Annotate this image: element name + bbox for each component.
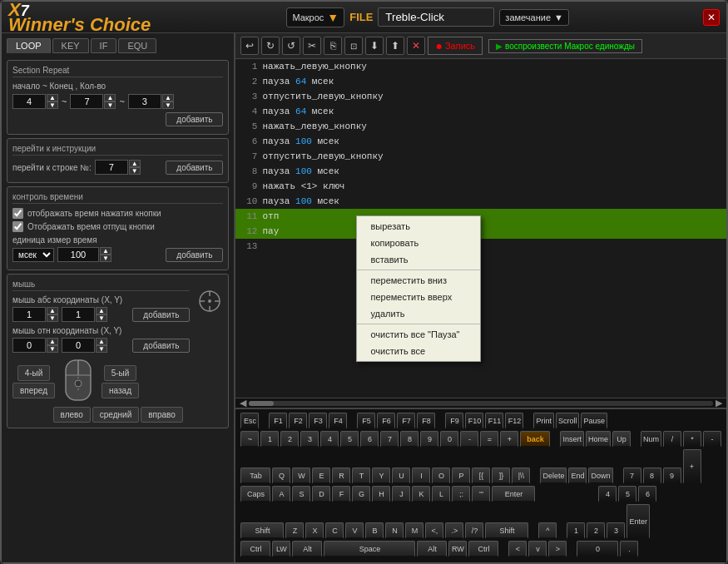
repeat-count-spinner[interactable]: ▲ ▼ [162,94,174,109]
mouse-rel-add-button[interactable]: добавить [132,339,190,353]
spin-up-timer[interactable]: ▲ [100,247,111,255]
goto-line-input[interactable] [95,160,128,175]
file-name-input[interactable] [378,7,494,27]
key-plus[interactable]: + [500,431,518,448]
mouse-abs-add-button[interactable]: добавить [132,308,190,322]
timer-unit-select[interactable]: мсек [12,248,54,262]
key-num-div[interactable]: / [663,431,681,448]
key-o[interactable]: O [432,468,450,484]
toolbar-delete-button[interactable]: ✕ [407,37,425,55]
ctx-paste[interactable]: вставить [357,251,480,268]
ctx-delete[interactable]: удалить [357,305,480,322]
key-b[interactable]: B [365,522,384,539]
key-f[interactable]: F [332,486,350,502]
key-9[interactable]: 9 [420,431,438,448]
record-button[interactable]: ● Запись [428,37,483,55]
mouse-abs-y-spinner[interactable]: ▲ ▼ [96,307,107,322]
repeat-count-input[interactable] [128,94,161,109]
ctx-move-down[interactable]: переместить вниз [357,272,480,289]
spin-down-ay[interactable]: ▼ [96,314,107,322]
key-num-enter[interactable]: Enter [626,504,650,539]
key-enter[interactable]: Enter [492,486,535,502]
spin-up-3[interactable]: ▲ [162,94,174,101]
toolbar-cut-button[interactable]: ✂ [303,37,321,55]
key-m[interactable]: M [405,522,423,539]
code-line[interactable]: 5нажать_левую_кнопку [235,119,726,134]
key-num9[interactable]: 9 [663,468,681,484]
middle-button[interactable]: средний [92,407,139,423]
key-rshift[interactable]: Shift [485,522,528,539]
key-rw[interactable]: RW [448,541,467,557]
close-button[interactable]: ✕ [703,9,720,26]
scroll-thumb[interactable] [249,401,274,406]
key-home[interactable]: Home [586,431,611,448]
ctx-clear-all[interactable]: очистить все [357,343,480,359]
key-backslash[interactable]: |\\ [512,468,530,484]
code-line[interactable]: 6пауза 100 мсек [235,134,726,149]
key-h[interactable]: H [372,486,390,502]
tab-equ[interactable]: EQU [118,38,156,53]
key-g[interactable]: G [352,486,370,502]
key-e[interactable]: E [312,468,330,484]
ctx-cut[interactable]: вырезать [357,218,480,235]
left-button[interactable]: влево [53,407,91,423]
goto-add-button[interactable]: добавить [166,161,223,175]
key-4[interactable]: 4 [320,431,339,448]
key-esc[interactable]: Esc [240,413,259,429]
key-tab[interactable]: Tab [240,468,270,484]
key-back[interactable]: back [520,431,550,448]
spin-down-timer[interactable]: ▼ [100,255,111,262]
code-line[interactable]: 4пауза 64 мсек [235,104,726,119]
key-x[interactable]: X [305,522,324,539]
mouse-rel-x-spinner[interactable]: ▲ ▼ [47,338,58,353]
key-semicolon[interactable]: ;: [452,486,470,502]
toolbar-paste-button[interactable]: ⊡ [344,37,363,55]
key-5[interactable]: 5 [340,431,359,448]
key-num7[interactable]: 7 [623,468,641,484]
key-f10[interactable]: F10 [465,413,483,429]
code-line[interactable]: 7отпустить_левую_кнопку [235,149,726,164]
key-num3[interactable]: 3 [607,522,625,539]
key-dot[interactable]: .> [445,522,463,539]
key-1[interactable]: 1 [260,431,279,448]
horizontal-scrollbar[interactable]: ◀ ▶ [235,398,726,408]
spin-up-goto[interactable]: ▲ [129,160,141,167]
key-f3[interactable]: F3 [309,413,327,429]
toolbar-undo-button[interactable]: ↩ [240,37,259,55]
key-num-lock[interactable]: Num [641,431,661,448]
toolbar-redo-button[interactable]: ↻ [261,37,280,55]
spin-down-rx[interactable]: ▼ [47,345,58,353]
key-u[interactable]: U [392,468,410,484]
spin-down-ax[interactable]: ▼ [47,314,58,322]
timer-value-input[interactable] [57,247,99,262]
toolbar-down-button[interactable]: ⬇ [365,37,384,55]
mouse-rel-y-spinner[interactable]: ▲ ▼ [96,338,107,353]
key-i[interactable]: I [412,468,430,484]
scroll-track[interactable] [249,401,713,406]
key-num6[interactable]: 6 [638,486,656,502]
key-f12[interactable]: F12 [505,413,523,429]
key-num0[interactable]: 0 [577,541,618,557]
back-button[interactable]: назад [102,383,139,398]
key-left-arrow[interactable]: < [508,541,527,557]
key-num1[interactable]: 1 [567,522,585,539]
repeat-end-input[interactable] [70,94,103,109]
key-z[interactable]: Z [285,522,304,539]
key-insert[interactable]: Insert [560,431,584,448]
key-v[interactable]: V [345,522,364,539]
key-lctrl[interactable]: Ctrl [240,541,270,557]
key-r[interactable]: R [332,468,350,484]
key-f2[interactable]: F2 [289,413,307,429]
key-a[interactable]: A [272,486,290,502]
play-button[interactable]: ▶ воспроизвести Макрос единожды [488,39,642,53]
key-t[interactable]: T [352,468,370,484]
mouse-abs-y-input[interactable] [62,307,95,322]
btn4-button[interactable]: 4-ый [17,365,51,381]
key-down[interactable]: Down [588,468,612,484]
mouse-rel-x-input[interactable] [12,338,46,353]
key-2[interactable]: 2 [280,431,299,448]
key-lbracket[interactable]: [{ [472,468,490,484]
key-up-arrow[interactable]: ^ [538,522,557,539]
key-equals[interactable]: = [480,431,498,448]
key-num-mul[interactable]: * [683,431,701,448]
